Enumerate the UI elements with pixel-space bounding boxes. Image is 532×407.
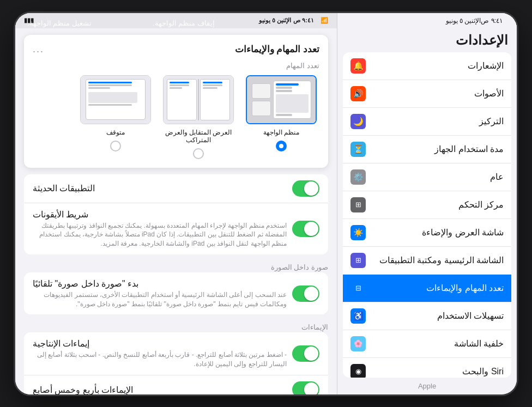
sidebar-item-controlcenter-label: مركز التحكم	[371, 199, 504, 210]
screentime-icon: ⏳	[350, 142, 366, 157]
sidebar-item-wallpaper-label: خلفية الشاشة	[371, 338, 504, 349]
productivity-gestures-row: إيماءات الإنتاجية - اضغط مرتين بثلاثة أص…	[24, 332, 328, 375]
wallpaper-icon: 🌸	[350, 336, 366, 351]
gestures-section: إيماءات الإنتاجية - اضغط مرتين بثلاثة أص…	[24, 332, 328, 394]
wifi-icon: 📶	[321, 17, 328, 24]
ipad-frame: ▮▮▮ الإثنين ٥ يونيو ٩:٤١ ص 📶 ... تعدد ال…	[15, 13, 517, 394]
accessibility-icon: ♿	[350, 308, 366, 324]
productivity-gestures-subtitle: - اضغط مرتين بثلاثة أصابع للتراجع. - قار…	[33, 350, 287, 369]
recent-apps-row: التطبيقات الحديثة	[24, 174, 328, 203]
sidebar-item-homescreen-label: الشاشة الرئيسية ومكتبة التطبيقات	[371, 255, 504, 265]
focus-icon: 🌙	[350, 114, 366, 129]
productivity-gestures-title: إيماءات الإنتاجية	[33, 338, 89, 349]
option-split-label: العرض المتقابل والعرض المتراكب	[160, 129, 237, 144]
productivity-gestures-toggle[interactable]	[292, 345, 319, 362]
status-bar: ▮▮▮ الإثنين ٥ يونيو ٩:٤١ ص 📶	[15, 13, 337, 28]
panel-title: تعدد المهام والإيماءات	[235, 44, 319, 55]
option-stopped-radio[interactable]	[110, 141, 121, 151]
ipad-content-area: ▮▮▮ الإثنين ٥ يونيو ٩:٤١ ص 📶 ... تعدد ال…	[15, 13, 337, 394]
option-split[interactable]: العرض المتقابل والعرض المتراكب	[160, 75, 237, 159]
pip-right: بدء "صورة داخل صورة" تلقائيًا عند السحب …	[33, 278, 287, 309]
sounds-icon: 🔊	[350, 86, 366, 101]
recent-apps-section: التطبيقات الحديثة شريط الأيقونات استخدم …	[24, 174, 328, 254]
apple-label: Apple	[337, 378, 517, 394]
sidebar-item-display[interactable]: شاشة العرض والإضاءة ☀️	[343, 219, 511, 247]
dock-title: شريط الأيقونات	[33, 209, 88, 220]
sidebar-date: الإثنين ٥ يونيو	[446, 17, 481, 25]
main-content: ... تعدد المهام والإيماءات تعدد المهام	[15, 28, 337, 394]
recent-apps-title: التطبيقات الحديثة	[33, 183, 95, 193]
sidebar-item-screentime[interactable]: مدة استخدام الجهاز ⏳	[343, 136, 511, 163]
four-five-fingers-toggle[interactable]	[292, 381, 319, 394]
multitask-icon: ⊟	[350, 281, 366, 296]
option-split-radio[interactable]	[193, 148, 204, 159]
sidebar-item-wallpaper[interactable]: خلفية الشاشة 🌸	[343, 330, 511, 358]
sidebar-item-focus[interactable]: التركيز 🌙	[343, 108, 511, 136]
sidebar-item-notifications[interactable]: الإشعارات 🔔	[343, 52, 511, 80]
pip-toggle[interactable]	[292, 285, 319, 302]
battery-icon: ▮▮▮	[24, 17, 34, 24]
preview-split	[163, 75, 234, 124]
recent-apps-right: التطبيقات الحديثة	[33, 183, 287, 193]
general-icon: ⚙️	[350, 169, 366, 185]
recent-apps-toggle[interactable]	[292, 180, 319, 197]
sidebar-item-notifications-label: الإشعارات	[371, 60, 504, 71]
productivity-gestures-right: إيماءات الإنتاجية - اضغط مرتين بثلاثة أص…	[33, 338, 287, 369]
multitask-panel: ... تعدد المهام والإيماءات تعدد المهام	[24, 35, 328, 168]
sidebar-item-sounds-label: الأصوات	[371, 88, 504, 99]
pip-section-label: صورة داخل الصورة	[15, 261, 337, 272]
sidebar-item-siri-label: Siri والبحث	[371, 366, 504, 376]
date-label: الإثنين ٥ يونيو	[259, 17, 291, 24]
four-five-fingers-right: الإيماءات بأربع وخمس أصابع	[33, 385, 287, 394]
sidebar-item-display-label: شاشة العرض والإضاءة	[371, 227, 504, 238]
sidebar-time: ٩:٤١ ص	[481, 17, 503, 25]
gestures-section-label: الإيماءات	[15, 321, 337, 332]
four-five-fingers-row: الإيماءات بأربع وخمس أصابع	[24, 375, 328, 394]
siri-icon: ◉	[350, 364, 366, 378]
sidebar-title: الإعدادات	[337, 28, 517, 52]
sidebar-item-multitask[interactable]: تعدد المهام والإيماءات ⊟	[343, 275, 511, 302]
pip-section: بدء "صورة داخل صورة" تلقائيًا عند السحب …	[24, 272, 328, 315]
sidebar-list: الإشعارات 🔔 الأصوات 🔊 التركيز 🌙 مدة استخ…	[343, 52, 511, 378]
sidebar-item-siri[interactable]: Siri والبحث ◉	[343, 358, 511, 378]
option-stage-manager-radio[interactable]	[276, 141, 287, 151]
sidebar-header: الإثنين ٥ يونيو ٩:٤١ ص	[337, 13, 517, 28]
status-bar-left: ▮▮▮	[24, 17, 34, 24]
sidebar-item-accessibility-label: تسهيلات الاستخدام	[371, 311, 504, 321]
panel-dots[interactable]: ...	[33, 44, 44, 55]
panel-header: ... تعدد المهام والإيماءات	[33, 44, 319, 55]
sidebar-item-screentime-label: مدة استخدام الجهاز	[371, 144, 504, 154]
preview-stage-manager	[246, 75, 317, 124]
pip-subtitle: عند السحب إلى أعلى الشاشة الرئيسية أو اس…	[33, 290, 287, 309]
sidebar-item-general-label: عام	[371, 172, 504, 182]
time-label: ٩:٤١ ص	[293, 17, 314, 24]
dock-right: شريط الأيقونات استخدم منظم الواجهة لإجرا…	[33, 209, 287, 248]
notifications-icon: 🔔	[350, 58, 366, 74]
sidebar-item-multitask-label: تعدد المهام والإيماءات	[371, 283, 504, 293]
settings-sidebar: الإثنين ٥ يونيو ٩:٤١ ص الإعدادات الإشعار…	[337, 13, 517, 394]
sidebar-item-sounds[interactable]: الأصوات 🔊	[343, 80, 511, 108]
dock-row: شريط الأيقونات استخدم منظم الواجهة لإجرا…	[24, 203, 328, 254]
sidebar-item-focus-label: التركيز	[371, 116, 504, 126]
option-stage-manager-label: منظم الواجهة	[263, 129, 299, 136]
dock-subtitle: استخدم منظم الواجهة لإجراء المهام المتعد…	[33, 221, 287, 248]
sidebar-item-controlcenter[interactable]: مركز التحكم ⊞	[343, 191, 511, 219]
section-label: تعدد المهام	[33, 62, 319, 70]
option-stage-manager[interactable]: منظم الواجهة	[243, 75, 319, 159]
sidebar-item-general[interactable]: عام ⚙️	[343, 163, 511, 191]
sidebar-item-accessibility[interactable]: تسهيلات الاستخدام ♿	[343, 302, 511, 330]
option-stopped[interactable]: متوقف	[77, 75, 154, 159]
sidebar-item-homescreen[interactable]: الشاشة الرئيسية ومكتبة التطبيقات ⊞	[343, 247, 511, 275]
pip-title: بدء "صورة داخل صورة" تلقائيًا	[33, 278, 138, 289]
controlcenter-icon: ⊞	[350, 197, 366, 212]
status-bar-right: الإثنين ٥ يونيو ٩:٤١ ص 📶	[259, 17, 328, 24]
pip-row: بدء "صورة داخل صورة" تلقائيًا عند السحب …	[24, 272, 328, 315]
display-icon: ☀️	[350, 225, 366, 240]
option-stopped-label: متوقف	[106, 129, 125, 136]
dock-toggle[interactable]	[292, 221, 319, 237]
four-five-fingers-title: الإيماءات بأربع وخمس أصابع	[33, 385, 133, 394]
multitask-options: متوقف	[33, 75, 319, 159]
homescreen-icon: ⊞	[350, 253, 366, 268]
preview-stopped	[80, 75, 151, 124]
